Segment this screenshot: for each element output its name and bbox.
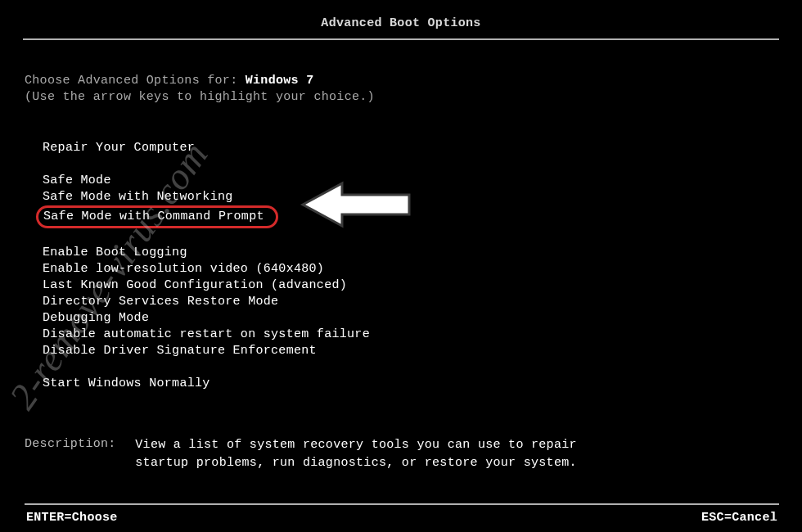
boot-options-menu: Repair Your ComputerSafe ModeSafe Mode w…: [25, 140, 779, 392]
menu-item[interactable]: Disable Driver Signature Enforcement: [43, 343, 779, 359]
menu-item[interactable]: Enable low-resolution video (640x480): [43, 261, 779, 277]
menu-item[interactable]: Last Known Good Configuration (advanced): [43, 277, 779, 294]
menu-item[interactable]: Debugging Mode: [43, 310, 779, 327]
intro-hint: (Use the arrow keys to highlight your ch…: [25, 90, 375, 104]
footer-bar: ENTER=Choose ESC=Cancel: [25, 510, 779, 526]
footer-esc: ESC=Cancel: [701, 510, 777, 526]
page-title: Advanced Boot Options: [23, 16, 779, 35]
menu-spacer: [43, 359, 779, 376]
os-name: Windows 7: [246, 74, 314, 88]
menu-item[interactable]: Enable Boot Logging: [43, 245, 779, 261]
description-label: Description:: [25, 436, 128, 453]
menu-item[interactable]: Directory Services Restore Mode: [43, 294, 779, 310]
description-text: View a list of system recovery tools you…: [135, 436, 626, 472]
menu-spacer: [43, 228, 779, 245]
footer-enter: ENTER=Choose: [26, 510, 118, 526]
menu-item[interactable]: Safe Mode with Networking: [43, 189, 779, 205]
menu-item[interactable]: Safe Mode with Command Prompt: [43, 205, 779, 228]
menu-spacer: [43, 156, 779, 173]
menu-item[interactable]: Disable automatic restart on system fail…: [43, 327, 779, 343]
menu-item[interactable]: Start Windows Normally: [43, 376, 779, 392]
menu-item[interactable]: Repair Your Computer: [43, 140, 779, 156]
description-block: Description: View a list of system recov…: [25, 436, 779, 472]
footer-divider: [25, 503, 779, 505]
menu-item-highlighted[interactable]: Safe Mode with Command Prompt: [36, 205, 278, 228]
intro-prompt: Choose Advanced Options for:: [25, 74, 246, 88]
menu-item[interactable]: Safe Mode: [43, 173, 779, 189]
intro-block: Choose Advanced Options for: Windows 7 (…: [25, 73, 779, 106]
